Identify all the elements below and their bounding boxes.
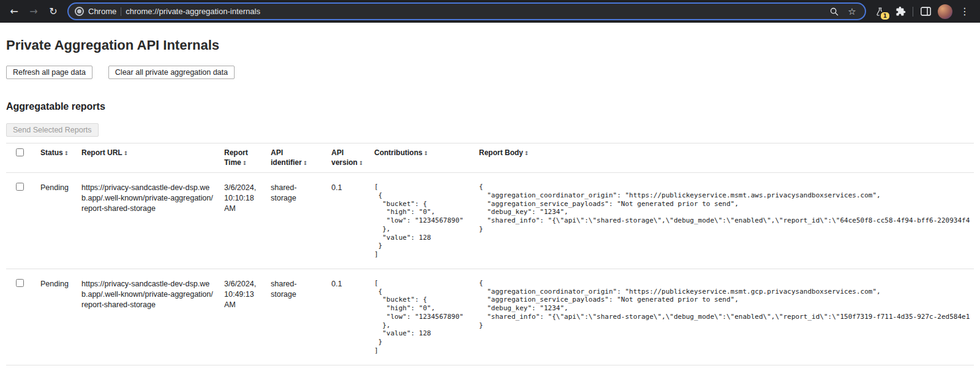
api-identifier-cell: shared-storage: [271, 269, 331, 365]
browser-toolbar: ← → ↻ Chrome chrome://private-aggregatio…: [0, 0, 980, 23]
page-content: Private Aggregation API Internals Refres…: [0, 37, 980, 365]
send-selected-reports-button[interactable]: Send Selected Reports: [6, 123, 99, 137]
contributions-cell: [ { "bucket": { "high": "0", "low": "123…: [374, 173, 479, 269]
sort-icon: ↕: [524, 150, 529, 156]
column-header-api-version[interactable]: API version↕: [331, 143, 374, 173]
sort-icon: ↕: [124, 150, 129, 156]
labs-badge: 1: [880, 11, 891, 21]
url-text: chrome://private-aggregation-internals: [126, 7, 260, 16]
toolbar-right: 1 ⋮: [872, 4, 975, 20]
row-checkbox[interactable]: [16, 183, 24, 191]
status-cell: Pending: [40, 269, 81, 365]
labs-beaker-icon[interactable]: 1: [872, 4, 888, 20]
sort-icon: ↕: [424, 150, 429, 156]
column-header-api-identifier[interactable]: API identifier↕: [271, 143, 331, 173]
chip-separator: [121, 7, 121, 16]
api-version-cell: 0.1: [331, 269, 374, 365]
reports-table: Status↕ Report URL↕ Report Time↕ API ide…: [6, 143, 974, 365]
column-header-report-body[interactable]: Report Body↕: [479, 143, 974, 173]
address-bar[interactable]: Chrome chrome://private-aggregation-inte…: [67, 2, 866, 20]
report-body-json: { "aggregation_coordinator_origin": "htt…: [479, 279, 964, 330]
sort-icon: ↕: [64, 150, 69, 156]
table-header-row: Status↕ Report URL↕ Report Time↕ API ide…: [6, 143, 974, 173]
select-all-checkbox[interactable]: [16, 148, 24, 156]
column-header-status[interactable]: Status↕: [40, 143, 81, 173]
column-header-report-time[interactable]: Report Time↕: [224, 143, 271, 173]
page-actions: Refresh all page data Clear all private …: [6, 66, 974, 79]
api-identifier-cell: shared-storage: [271, 173, 331, 269]
report-time-cell: 3/6/2024, 10:10:18 AM: [224, 173, 271, 269]
report-body-cell: { "aggregation_coordinator_origin": "htt…: [479, 269, 974, 365]
url-chip-label: Chrome: [88, 7, 116, 16]
select-all-header: [6, 143, 40, 173]
report-time-cell: 3/6/2024, 10:49:13 AM: [224, 269, 271, 365]
side-panel-icon[interactable]: [918, 4, 933, 20]
row-checkbox-cell: [6, 173, 40, 269]
report-url-cell: https://privacy-sandcastle-dev-dsp.web.a…: [81, 269, 224, 365]
row-checkbox-cell: [6, 269, 40, 365]
column-header-report-url[interactable]: Report URL↕: [81, 143, 224, 173]
refresh-all-button[interactable]: Refresh all page data: [6, 66, 92, 79]
toolbar-separator: [913, 7, 913, 17]
report-body-json: { "aggregation_coordinator_origin": "htt…: [479, 183, 964, 234]
sort-icon: ↕: [359, 160, 364, 166]
menu-kebab-icon[interactable]: ⋮: [957, 4, 973, 20]
bookmark-star-icon[interactable]: ☆: [845, 5, 859, 18]
chrome-logo-icon: [75, 7, 84, 16]
send-bar: Send Selected Reports: [6, 121, 974, 142]
contributions-json: [ { "bucket": { "high": "0", "low": "123…: [374, 279, 469, 355]
column-header-contributions[interactable]: Contributions↕: [374, 143, 479, 173]
contributions-json: [ { "bucket": { "high": "0", "low": "123…: [374, 183, 469, 259]
reload-icon[interactable]: ↻: [44, 2, 62, 21]
profile-avatar[interactable]: [938, 4, 952, 19]
forward-icon[interactable]: →: [24, 2, 43, 21]
report-row: Pending https://privacy-sandcastle-dev-d…: [6, 173, 974, 269]
page-title: Private Aggregation API Internals: [6, 37, 974, 53]
report-body-cell: { "aggregation_coordinator_origin": "htt…: [479, 173, 974, 269]
status-cell: Pending: [40, 173, 81, 269]
row-checkbox[interactable]: [16, 279, 24, 287]
search-icon[interactable]: [827, 5, 841, 18]
report-url-cell: https://privacy-sandcastle-dev-dsp.web.a…: [81, 173, 224, 269]
sort-icon: ↕: [303, 160, 308, 166]
back-icon[interactable]: ←: [5, 2, 23, 21]
contributions-cell: [ { "bucket": { "high": "0", "low": "123…: [374, 269, 479, 365]
sort-icon: ↕: [243, 160, 247, 166]
extensions-puzzle-icon[interactable]: [892, 4, 908, 20]
clear-all-button[interactable]: Clear all private aggregation data: [108, 66, 235, 79]
section-title: Aggregatable reports: [6, 101, 974, 112]
report-row: Pending https://privacy-sandcastle-dev-d…: [6, 269, 974, 365]
api-version-cell: 0.1: [331, 173, 374, 269]
